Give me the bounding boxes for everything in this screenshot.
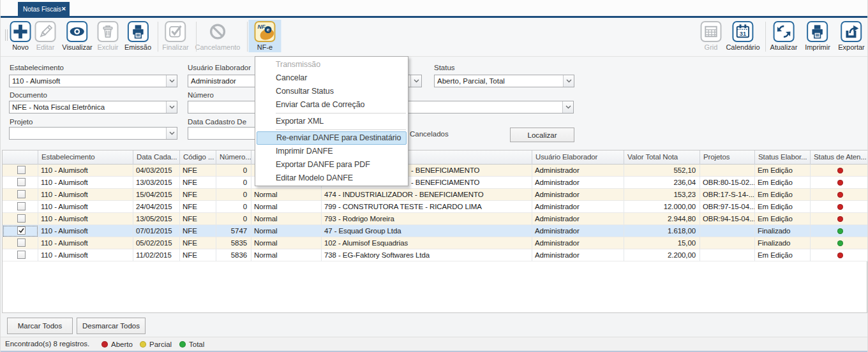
localizar-button[interactable]: Localizar xyxy=(510,128,574,142)
cell: OBR:80-15-02... xyxy=(700,177,755,189)
cell: 474 - INDUSTRIALIZADOR - BENEFICIAMENTO xyxy=(322,189,532,201)
column-header-valor-total-nota[interactable]: Valor Total Nota xyxy=(624,150,700,165)
column-header-projetos[interactable]: Projetos xyxy=(700,150,755,165)
cell: 0 xyxy=(216,189,251,201)
column-header-0[interactable] xyxy=(3,150,38,165)
chevron-down-icon[interactable] xyxy=(166,128,177,139)
documento-select[interactable]: NFE - Nota Fiscal Eletrônica xyxy=(9,101,177,114)
menu-item-exportar-danfe-para-pdf[interactable]: Exportar DANFE para PDF xyxy=(255,158,408,172)
cell: 793 - Rodrigo Moreira xyxy=(322,213,532,225)
row-checkbox-cell[interactable] xyxy=(3,225,38,237)
toolbar-button-emiss-o[interactable]: Emissão xyxy=(124,21,151,51)
status-atendimento-dot xyxy=(811,177,868,189)
cell: NFE xyxy=(180,177,216,189)
table-row[interactable]: 110 - Alumisoft15/04/2015NFE0Normal474 -… xyxy=(3,189,868,201)
cell: 0 xyxy=(216,177,251,189)
toolbar-button-label: Grid xyxy=(705,43,718,51)
cell: 2.944,80 xyxy=(624,213,700,225)
cell: 110 - Alumisoft xyxy=(38,189,133,201)
menu-item-enviar-carta-de-corre-o[interactable]: Enviar Carta de Correção xyxy=(255,98,408,112)
cell: NFE xyxy=(180,237,216,249)
row-checkbox-cell[interactable] xyxy=(3,213,38,225)
column-header-n-mero[interactable]: Número... xyxy=(216,150,251,165)
column-header-estabelecimento[interactable]: Estabelecimento xyxy=(38,150,133,165)
row-checkbox[interactable] xyxy=(17,166,26,174)
toolbar-separator xyxy=(765,22,766,52)
menu-item-exportar-xml[interactable]: Exportar XML xyxy=(255,115,408,128)
toolbar-button-visualizar[interactable]: Visualizar xyxy=(62,21,93,51)
export-icon xyxy=(841,21,862,42)
chevron-down-icon[interactable] xyxy=(166,75,177,87)
table-row[interactable]: 110 - Alumisoft13/05/2015NFE0Normal793 -… xyxy=(3,213,868,225)
cell: 15,00 xyxy=(624,237,700,249)
row-checkbox[interactable] xyxy=(17,251,26,259)
column-header-status-elabor[interactable]: Status Elabor... xyxy=(755,150,811,165)
menu-item-cancelar[interactable]: Cancelar xyxy=(255,71,408,85)
chevron-down-icon[interactable] xyxy=(563,75,574,87)
cell: 799 - CONSTRUTORA TESTE - RICARDO LIMA xyxy=(322,201,532,213)
table-row[interactable]: 110 - Alumisoft07/01/2015NFE5747Normal47… xyxy=(3,225,868,237)
chevron-down-icon[interactable] xyxy=(410,75,421,87)
column-header-usu-rio-elaborador[interactable]: Usuário Elaborador xyxy=(532,150,624,165)
cell: NFE xyxy=(180,249,216,261)
row-checkbox-cell[interactable] xyxy=(3,189,38,201)
menu-item-editar-modelo-danfe[interactable]: Editar Modelo DANFE xyxy=(255,172,408,185)
table-row[interactable]: 110 - Alumisoft13/03/2015NFE0- BENEFICIA… xyxy=(3,177,868,189)
row-checkbox[interactable] xyxy=(17,202,26,210)
desmarcar-todos-button[interactable]: Desmarcar Todos xyxy=(77,318,146,334)
row-checkbox-cell[interactable] xyxy=(3,165,38,177)
toolbar-button-label: Cancelamento xyxy=(195,43,241,51)
cell: 738 - EG-Faktory Softwares Ltda xyxy=(322,249,532,261)
cell: 0 xyxy=(216,201,251,213)
toolbar-button-editar: Editar xyxy=(35,21,56,51)
cell: Administrador xyxy=(532,225,624,237)
chevron-down-icon[interactable] xyxy=(562,101,573,113)
tab-notas-fiscais[interactable]: Notas Fiscais ✕ xyxy=(18,2,70,16)
cell: Normal xyxy=(251,249,322,261)
table-row[interactable]: 110 - Alumisoft24/04/2015NFE0Normal799 -… xyxy=(3,201,868,213)
toolbar-button-atualizar[interactable]: Atualizar xyxy=(770,21,798,51)
marcar-todos-button[interactable]: Marcar Todos xyxy=(7,318,73,334)
column-header-c-digo[interactable]: Código ... xyxy=(180,150,216,165)
toolbar-button-calend-rio[interactable]: 31Calendário xyxy=(726,21,760,51)
cell: 15/04/2015 xyxy=(133,189,180,201)
toolbar-button-nf-e[interactable]: NFeNF-e xyxy=(249,20,281,52)
toolbar-button-label: Emissão xyxy=(124,43,151,51)
toolbar-button-exportar[interactable]: Exportar xyxy=(838,21,865,51)
table-row[interactable]: 110 - Alumisoft04/03/2015NFE0- BENEFICIA… xyxy=(3,165,868,177)
estabelecimento-select[interactable]: 110 - Alumisoft xyxy=(9,75,177,87)
status-atendimento-dot xyxy=(811,249,868,261)
plus-icon xyxy=(10,21,31,42)
tab-close-icon[interactable]: ✕ xyxy=(61,6,66,12)
row-checkbox-cell[interactable] xyxy=(3,177,38,189)
menu-item-imprimir-danfe[interactable]: Imprimir DANFE xyxy=(255,145,408,158)
usuario-elaborador-label: Usuário Elaborador xyxy=(188,64,251,71)
row-checkbox[interactable] xyxy=(17,238,26,247)
chevron-down-icon[interactable] xyxy=(166,101,177,113)
cell: Finalizado xyxy=(755,237,811,249)
row-checkbox[interactable] xyxy=(17,214,26,223)
row-checkbox-cell[interactable] xyxy=(3,237,38,249)
cell: 07/01/2015 xyxy=(133,225,180,237)
projeto-select[interactable] xyxy=(9,127,177,140)
row-checkbox-cell[interactable] xyxy=(3,249,38,261)
cell xyxy=(700,165,755,177)
menu-item-consultar-status[interactable]: Consultar Status xyxy=(255,85,408,98)
status-atendimento-dot xyxy=(811,225,868,237)
row-checkbox[interactable] xyxy=(17,226,26,235)
menu-item-re-enviar-danfe-para-destinat-rio[interactable]: Re-enviar DANFE para Destinatário xyxy=(257,131,407,145)
row-checkbox-cell[interactable] xyxy=(3,201,38,213)
row-checkbox[interactable] xyxy=(17,178,26,186)
cell: Em Edição xyxy=(755,249,811,261)
toolbar-button-novo[interactable]: Novo xyxy=(10,21,31,51)
toolbar-button-imprimir[interactable]: Imprimir xyxy=(805,21,830,51)
table-row[interactable]: 110 - Alumisoft11/02/2015NFE5836Normal73… xyxy=(3,249,868,261)
row-checkbox[interactable] xyxy=(17,190,26,198)
cell: 0 xyxy=(216,213,251,225)
column-header-data-cada[interactable]: Data Cada... xyxy=(133,150,180,165)
table-row[interactable]: 110 - Alumisoft05/02/2015NFE5835Normal10… xyxy=(3,237,868,249)
status-select[interactable]: Aberto, Parcial, Total xyxy=(434,75,574,87)
column-header-status-de-aten[interactable]: Status de Aten... xyxy=(811,150,868,165)
cell: Administrador xyxy=(532,189,624,201)
toolbar-button-label: Excluir xyxy=(97,43,118,51)
